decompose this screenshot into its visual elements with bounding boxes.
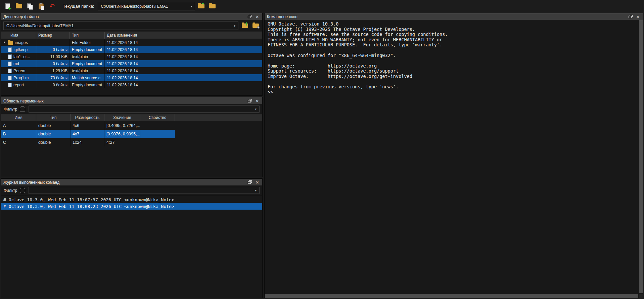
column-header-type[interactable]: Тип	[70, 32, 105, 39]
prompt-symbol: >>	[268, 90, 273, 95]
file-date: 11.02.2026 18:14	[105, 74, 262, 81]
file-size: 0 байты	[36, 60, 70, 67]
command-history-title: Журнал выполненных команд	[3, 180, 59, 185]
workspace-filter-row: Фильтр ▾	[1, 104, 262, 114]
file-icon	[8, 61, 12, 66]
workspace-panel: Область переменных × Фильтр ▾ Имя Тип	[1, 97, 263, 177]
column-header-value[interactable]: Значение	[104, 114, 140, 121]
file-name-cell: Prog1.m	[1, 74, 36, 81]
file-type: Matlab source c...	[70, 74, 105, 81]
open-file-button[interactable]	[14, 1, 24, 11]
history-filter-combobox[interactable]: ▾	[29, 187, 260, 194]
variable-row[interactable]: Cdouble1x244:27	[1, 138, 175, 146]
undock-button[interactable]	[247, 99, 252, 103]
new-script-icon: +	[5, 3, 10, 9]
browse-directories-button[interactable]	[207, 1, 217, 11]
horizontal-scrollbar[interactable]	[265, 293, 638, 298]
expand-arrow-icon[interactable]	[3, 41, 6, 44]
close-button[interactable]: ×	[635, 14, 641, 19]
command-history-titlebar[interactable]: Журнал выполненных команд ×	[1, 179, 262, 185]
current-folder-combobox[interactable]: C:\Users\Nika\Desktop\it-labs\TEMA1 ▾	[98, 2, 195, 10]
column-header-date[interactable]: Дата изменения	[105, 32, 262, 39]
file-name: images	[15, 40, 28, 45]
file-icon	[8, 47, 12, 52]
undock-button[interactable]	[247, 180, 252, 185]
history-entry[interactable]: # Octave 10.3.0, Wed Feb 11 18:08:23 202…	[1, 203, 262, 210]
file-row[interactable]: Perem1,29 KiBtext/plain11.02.2026 18:14	[1, 67, 262, 74]
file-date: 11.02.2026 18:14	[105, 53, 262, 60]
file-size	[36, 39, 70, 46]
history-entry[interactable]: # Octave 10.3.0, Wed Feb 11 18:07:37 202…	[1, 196, 262, 203]
copy-button[interactable]	[25, 1, 35, 11]
vertical-scrollbar-thumb[interactable]	[639, 20, 643, 293]
horizontal-scrollbar-thumb[interactable]	[265, 294, 638, 298]
file-row[interactable]: report0 байтыEmpty document11.02.2026 18…	[1, 81, 262, 88]
variable-row[interactable]: Bdouble4x7[0.9076, 0.9095,...	[1, 130, 175, 138]
undock-button[interactable]	[628, 14, 633, 19]
file-browser-path-combobox[interactable]: C:/Users/Nika/Desktop/it-labs/TEMA1 ▾	[3, 22, 238, 30]
filter-label: Фильтр	[4, 188, 17, 193]
filter-label: Фильтр	[4, 107, 17, 112]
file-row[interactable]: .gitkeep0 байтыEmpty document11.02.2026 …	[1, 46, 262, 53]
undock-button[interactable]	[247, 14, 252, 19]
file-row[interactable]: md0 байтыEmpty document11.02.2026 18:14	[1, 60, 262, 67]
column-header-size[interactable]: Размер	[36, 32, 70, 39]
file-browser-path: C:/Users/Nika/Desktop/it-labs/TEMA1	[6, 24, 74, 28]
variable-attr	[140, 121, 175, 130]
file-size: 0 байты	[36, 46, 70, 53]
variable-value: [0.9076, 0.9095,...	[104, 130, 140, 138]
vertical-scrollbar[interactable]	[638, 20, 643, 293]
file-date: 11.02.2026 18:14	[105, 60, 262, 67]
paste-button[interactable]	[36, 1, 46, 11]
column-header-name[interactable]: Имя	[1, 114, 36, 121]
command-window-titlebar[interactable]: Командное окно ×	[265, 13, 643, 20]
variable-name: C	[1, 138, 36, 146]
file-name-cell: md	[1, 60, 36, 67]
column-header-name[interactable]: Имя	[1, 32, 36, 39]
text-cursor	[276, 90, 276, 95]
file-date: 11.02.2026 18:14	[105, 67, 262, 74]
column-header-attribute[interactable]: Свойство	[140, 114, 175, 121]
column-header-dimension[interactable]: Размерность	[71, 114, 104, 121]
file-browser-panel: Диспетчер файлов × C:/Users/Nika/Desktop…	[1, 13, 263, 96]
file-name-cell: report	[1, 81, 36, 88]
file-icon	[8, 83, 12, 87]
close-button[interactable]: ×	[255, 180, 260, 185]
file-browser-header[interactable]: Имя Размер Тип Дата изменения	[1, 32, 262, 39]
variable-row[interactable]: Adouble4x6[0.4095, 0.7264,...	[1, 121, 175, 130]
directory-up-button[interactable]: ↑	[196, 1, 206, 11]
file-browser-titlebar[interactable]: Диспетчер файлов ×	[1, 13, 262, 20]
command-window-area[interactable]: GNU Octave, version 10.3.0 Copyright (C)…	[265, 20, 638, 293]
filter-checkbox[interactable]	[20, 106, 25, 112]
left-column: Диспетчер файлов × C:/Users/Nika/Desktop…	[1, 13, 263, 298]
workspace-header[interactable]: Имя Тип Размерность Значение Свойство	[1, 114, 262, 121]
close-button[interactable]: ×	[255, 14, 260, 19]
close-icon: ×	[256, 180, 259, 184]
file-type: Empty document	[70, 81, 105, 88]
close-button[interactable]: ×	[255, 99, 260, 103]
file-type: text/plain	[70, 67, 105, 74]
command-prompt-line[interactable]: >>	[268, 90, 638, 95]
file-row[interactable]: Prog1.m73 байтыMatlab source c...11.02.2…	[1, 74, 262, 81]
folder-actions-button[interactable]	[251, 22, 260, 30]
history-rows: # Octave 10.3.0, Wed Feb 11 18:07:37 202…	[1, 195, 262, 298]
workspace-rows: Adouble4x6[0.4095, 0.7264,...Bdouble4x7[…	[1, 121, 262, 177]
file-row[interactable]: imagesFile Folder11.02.2026 18:14	[1, 39, 262, 46]
file-row[interactable]: lab1_ot...11,00 KiBtext/plain11.02.2026 …	[1, 53, 262, 60]
workspace-title: Область переменных	[3, 99, 44, 103]
column-header-filler	[175, 114, 262, 121]
workspace-titlebar[interactable]: Область переменных ×	[1, 97, 262, 104]
new-script-button[interactable]: +	[3, 1, 13, 11]
undo-button[interactable]: ↶	[47, 1, 57, 11]
column-header-class[interactable]: Тип	[36, 114, 71, 121]
workspace-filter-combobox[interactable]: ▾	[29, 105, 260, 113]
filter-checkbox[interactable]	[20, 188, 25, 193]
folder-actions-icon	[252, 24, 259, 28]
undock-icon	[248, 15, 252, 18]
main-area: Диспетчер файлов × C:/Users/Nika/Desktop…	[0, 12, 644, 299]
variable-type: double	[36, 121, 71, 130]
close-icon: ×	[636, 14, 640, 19]
plus-badge-icon: +	[7, 5, 12, 11]
main-toolbar: + ↶ Текущая папка: C:\Users\Nika\Desktop…	[0, 0, 644, 12]
one-directory-up-button[interactable]: ↑	[240, 22, 249, 30]
